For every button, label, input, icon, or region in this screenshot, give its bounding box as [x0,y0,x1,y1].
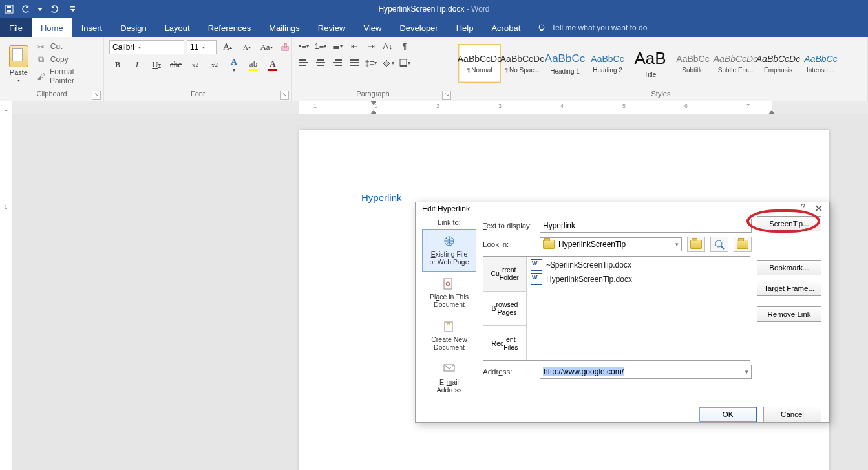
tab-mailings[interactable]: Mailings [260,18,309,37]
strikethrough-button[interactable]: abc [167,58,184,71]
tab-developer[interactable]: Developer [390,18,447,37]
style-title[interactable]: AaB Title [629,44,672,83]
superscript-button[interactable]: x2 [206,58,223,71]
align-left-button[interactable] [297,57,310,69]
style-subtle-emphasis[interactable]: AaBbCcDc Subtle Em... [714,44,757,83]
remove-link-button[interactable]: Remove Link [757,306,821,322]
screentip-button[interactable]: ScreenTip... [757,216,821,231]
edit-hyperlink-dialog: Edit Hyperlink ? ✕ Link to: Existing Fil… [415,202,830,423]
bullets-button[interactable]: •≡▾ [297,40,310,52]
tab-file[interactable]: File [0,18,32,37]
tab-layout[interactable]: Layout [156,18,199,37]
align-right-button[interactable] [331,57,344,69]
style-normal[interactable]: AaBbCcDc ¶Normal [458,44,501,83]
save-icon[interactable] [4,4,14,14]
format-painter-button[interactable]: 🖌 Format Painter [36,67,98,85]
decrease-indent-button[interactable]: ⇤ [348,40,361,52]
tell-me[interactable]: Tell me what you want to do [537,23,647,32]
help-icon[interactable]: ? [801,202,805,215]
increase-indent-button[interactable]: ⇥ [365,40,377,52]
cut-button[interactable]: ✂ Cut [36,41,98,52]
numbering-button[interactable]: 1≡▾ [314,40,327,52]
tab-recent-files[interactable]: RecentFiles [483,326,526,360]
style-emphasis[interactable]: AaBbCcDc Emphasis [757,44,799,83]
look-in-combo[interactable]: HyperlinkScreenTip ▾ [540,237,682,251]
font-family-combo[interactable]: Calibri ▾ [109,40,184,54]
tab-view[interactable]: View [354,18,390,37]
style-no-spacing[interactable]: AaBbCcDc ¶No Spac... [501,44,544,83]
font-size-combo[interactable]: 11 ▾ [187,40,217,54]
qat-customize-icon[interactable] [70,6,75,12]
style-heading2[interactable]: AaBbCc Heading 2 [586,44,629,83]
line-spacing-button[interactable]: ‡≡▾ [365,57,377,69]
file-row[interactable]: HyperlinkScreenTip.docx [531,273,746,285]
tab-acrobat[interactable]: Acrobat [482,18,529,37]
borders-button[interactable]: ▾ [398,57,411,69]
files-list[interactable]: ~$perlinkScreenTip.docx HyperlinkScreenT… [527,257,750,360]
folder-open-icon [737,240,748,249]
undo-icon[interactable] [21,4,31,14]
multilevel-list-button[interactable]: ≣▾ [331,40,344,52]
tab-current-folder[interactable]: CurrentFolder [483,257,526,292]
subscript-button[interactable]: x2 [187,58,204,71]
paragraph-launcher[interactable]: ↘ [442,91,451,100]
ribbon-tabs: File Home Insert Design Layout Reference… [0,18,868,37]
file-row[interactable]: ~$perlinkScreenTip.docx [531,259,746,271]
underline-button[interactable]: U▾ [148,58,165,71]
chevron-down-icon[interactable]: ▾ [17,78,20,83]
tab-insert[interactable]: Insert [72,18,112,37]
target-frame-button[interactable]: Target Frame... [757,281,821,296]
bold-button[interactable]: B [109,58,126,71]
style-subtitle[interactable]: AaBbCc Subtitle [672,44,714,83]
justify-button[interactable] [348,57,361,69]
linkto-place-in-document[interactable]: Place in ThisDocument [422,272,476,314]
browse-file-button[interactable] [734,237,752,252]
tab-references[interactable]: References [199,18,260,37]
sort-button[interactable]: A↓ [381,40,394,52]
tab-browsed-pages[interactable]: BrowsedPages [483,292,526,326]
redo-icon[interactable] [49,4,59,14]
linkto-existing-file[interactable]: Existing Fileor Web Page [422,229,476,272]
shading-button[interactable]: ▾ [381,57,394,69]
text-to-display-input[interactable] [540,219,752,233]
grow-font-button[interactable]: A▴ [219,41,236,54]
tab-help[interactable]: Help [447,18,483,37]
ok-button[interactable]: OK [699,407,757,422]
browse-web-button[interactable] [710,237,728,252]
undo-dropdown-icon[interactable] [37,6,43,12]
style-intense-emphasis[interactable]: AaBbCc Intense ... [799,44,842,83]
cancel-button[interactable]: Cancel [763,407,821,422]
highlight-button[interactable]: ab [245,58,262,71]
close-icon[interactable]: ✕ [814,202,823,215]
up-folder-button[interactable] [687,237,705,252]
tab-design[interactable]: Design [111,18,155,37]
bookmark-button[interactable]: Bookmark... [757,260,821,275]
align-center-button[interactable] [314,57,327,69]
tab-review[interactable]: Review [309,18,355,37]
hyperlink-sample-text[interactable]: Hyperlink [361,192,402,203]
address-input[interactable]: http://www.google.com/ ▾ [540,365,752,379]
font-launcher[interactable]: ↘ [280,91,289,100]
style-heading1[interactable]: AaBbCc Heading 1 [544,44,586,83]
copy-button[interactable]: ⧉ Copy [36,54,98,65]
linkto-email[interactable]: E-mailAddress [422,357,476,400]
tab-home[interactable]: Home [32,18,72,37]
lightbulb-icon [537,23,546,32]
shrink-font-button[interactable]: A▾ [238,41,255,54]
italic-button[interactable]: I [129,58,145,71]
files-pane: CurrentFolder BrowsedPages RecentFiles ~… [483,256,750,361]
clipboard-launcher[interactable]: ↘ [92,91,101,100]
paste-icon [9,45,28,67]
group-caption-styles: Styles [651,90,671,98]
text-effects-button[interactable]: A▾ [226,58,242,71]
svg-line-17 [721,246,724,249]
paste-button[interactable]: Paste ▾ [5,44,32,83]
group-caption-clipboard: Clipboard [36,90,67,98]
show-marks-button[interactable]: ¶ [398,40,411,52]
ruler-vertical: 1 [0,114,12,470]
font-color-button[interactable]: A [264,58,281,71]
change-case-button[interactable]: Aa▾ [258,41,275,54]
linkto-create-new[interactable]: ✦ Create NewDocument [422,314,476,357]
ruler-corner[interactable]: L [0,101,12,114]
dialog-titlebar[interactable]: Edit Hyperlink ? ✕ [416,202,829,215]
